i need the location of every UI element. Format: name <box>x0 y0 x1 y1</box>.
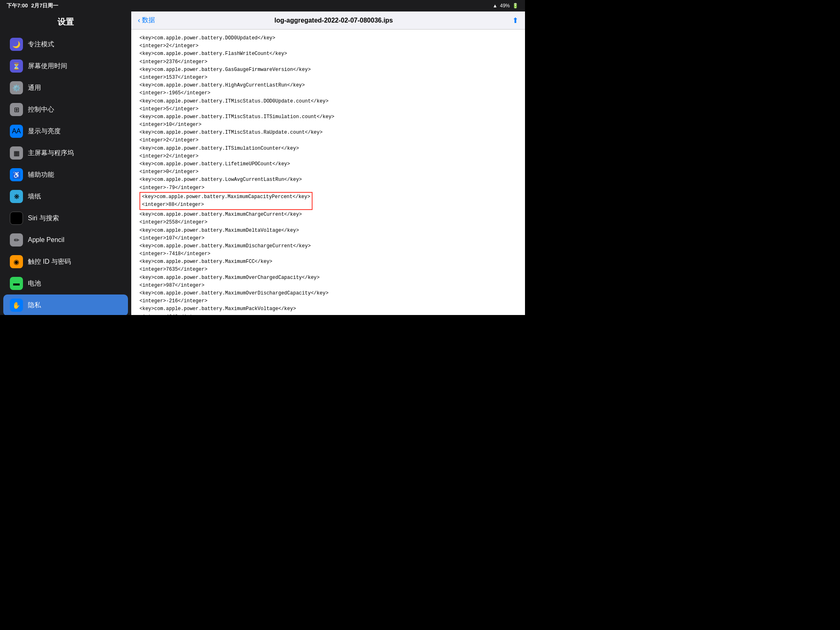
general-icon: ⚙️ <box>10 81 23 94</box>
sidebar-item-homescreen[interactable]: ▦主屏幕与程序坞 <box>3 142 128 164</box>
log-line: <key>com.apple.power.battery.MaximumDisc… <box>139 242 517 250</box>
sidebar-item-label-display: 显示与亮度 <box>28 127 61 136</box>
sidebar-item-privacy[interactable]: ✋隐私 <box>3 294 128 315</box>
log-line: <integer>-216</integer> <box>139 297 517 305</box>
sidebar-item-label-battery: 电池 <box>28 279 41 288</box>
wallpaper-icon: ❋ <box>10 190 23 203</box>
log-line: <integer>10</integer> <box>139 121 517 129</box>
pencil-icon: ✏ <box>10 233 23 247</box>
log-line: <integer>88</integer> <box>142 201 310 209</box>
log-line: <integer>4340</integer> <box>139 313 517 315</box>
highlight-box: <key>com.apple.power.battery.MaximumCapa… <box>139 192 313 210</box>
log-line: <key>com.apple.power.battery.ITMiscStatu… <box>139 129 517 137</box>
sidebar-item-battery[interactable]: ▬电池 <box>3 273 128 294</box>
log-line: <integer>-7418</integer> <box>139 250 517 258</box>
main-layout: 设置 🌙专注模式⏳屏幕使用时间⚙️通用⊞控制中心AA显示与亮度▦主屏幕与程序坞♿… <box>0 11 525 315</box>
sidebar-title: 设置 <box>0 11 131 32</box>
sidebar-item-control[interactable]: ⊞控制中心 <box>3 99 128 120</box>
sidebar-item-touchid[interactable]: ◉触控 ID 与密码 <box>3 251 128 272</box>
log-line: <key>com.apple.power.battery.HighAvgCurr… <box>139 82 517 89</box>
log-line: <integer>2558</integer> <box>139 219 517 226</box>
wifi-icon: ▲ <box>493 3 498 9</box>
sidebar-item-label-screentime: 屏幕使用时间 <box>28 62 67 71</box>
sidebar-item-general[interactable]: ⚙️通用 <box>3 77 128 98</box>
back-chevron-icon: ‹ <box>138 16 140 25</box>
log-line: <integer>-1965</integer> <box>139 89 517 97</box>
display-icon: AA <box>10 125 23 138</box>
log-line: <integer>7635</integer> <box>139 266 517 274</box>
sidebar-item-label-focus: 专注模式 <box>28 40 54 49</box>
sidebar-item-label-privacy: 隐私 <box>28 301 41 310</box>
focus-icon: 🌙 <box>10 38 23 51</box>
sidebar-item-siri[interactable]: ◎Siri 与搜索 <box>3 208 128 229</box>
screentime-icon: ⏳ <box>10 59 23 73</box>
sidebar-item-label-siri: Siri 与搜索 <box>28 214 59 223</box>
content-header: ‹ 数据 log-aggregated-2022-02-07-080036.ip… <box>131 11 525 30</box>
log-line: <key>com.apple.power.battery.MaximumDelt… <box>139 227 517 235</box>
accessibility-icon: ♿ <box>10 168 23 181</box>
sidebar-item-wallpaper[interactable]: ❋墙纸 <box>3 186 128 207</box>
log-line: <key>com.apple.power.battery.MaximumOver… <box>139 274 517 282</box>
log-line: <integer>2</integer> <box>139 137 517 144</box>
sidebar-item-label-general: 通用 <box>28 84 41 92</box>
log-line: <integer>2</integer> <box>139 42 517 50</box>
content-body[interactable]: <key>com.apple.power.battery.DOD0Updated… <box>131 30 525 315</box>
sidebar-item-label-touchid: 触控 ID 与密码 <box>28 258 71 266</box>
sidebar-item-label-accessibility: 辅助功能 <box>28 171 54 179</box>
status-right: ▲ 49% 🔋 <box>493 3 518 9</box>
log-line: <key>com.apple.power.battery.LifetimeUPO… <box>139 160 517 168</box>
log-line: <key>com.apple.power.battery.MaximumFCC<… <box>139 258 517 266</box>
log-line: <integer>1537</integer> <box>139 74 517 82</box>
content-area: ‹ 数据 log-aggregated-2022-02-07-080036.ip… <box>131 11 525 315</box>
share-button[interactable]: ⬆ <box>512 16 518 25</box>
battery-icon: 🔋 <box>512 3 518 9</box>
status-date: 2月7日周一 <box>31 2 58 9</box>
log-line: <integer>5</integer> <box>139 105 517 113</box>
touchid-icon: ◉ <box>10 255 23 268</box>
log-line: <key>com.apple.power.battery.MaximumOver… <box>139 290 517 297</box>
log-line: <key>com.apple.power.battery.ITSimulatio… <box>139 145 517 153</box>
status-time: 下午7:00 <box>7 2 28 9</box>
log-line: <integer>2</integer> <box>139 153 517 160</box>
back-label: 数据 <box>142 16 155 25</box>
sidebar-item-focus[interactable]: 🌙专注模式 <box>3 34 128 55</box>
sidebar-item-display[interactable]: AA显示与亮度 <box>3 121 128 142</box>
log-line: <integer>2376</integer> <box>139 58 517 66</box>
battery-icon: ▬ <box>10 277 23 290</box>
status-left: 下午7:00 2月7日周一 <box>7 2 59 9</box>
sidebar-list: 🌙专注模式⏳屏幕使用时间⚙️通用⊞控制中心AA显示与亮度▦主屏幕与程序坞♿辅助功… <box>0 32 131 315</box>
log-line: <key>com.apple.power.battery.MaximumCapa… <box>142 193 310 201</box>
privacy-icon: ✋ <box>10 299 23 312</box>
sidebar-item-label-wallpaper: 墙纸 <box>28 192 41 201</box>
log-line: <integer>-79</integer> <box>139 184 517 192</box>
log-line: <integer>0</integer> <box>139 168 517 176</box>
sidebar-item-screentime[interactable]: ⏳屏幕使用时间 <box>3 55 128 77</box>
homescreen-icon: ▦ <box>10 146 23 160</box>
log-line: <integer>107</integer> <box>139 235 517 242</box>
log-line: <key>com.apple.power.battery.GasGaugeFir… <box>139 66 517 74</box>
back-button[interactable]: ‹ 数据 <box>138 16 155 25</box>
control-icon: ⊞ <box>10 103 23 116</box>
sidebar-item-label-homescreen: 主屏幕与程序坞 <box>28 149 74 158</box>
log-line: <integer>987</integer> <box>139 282 517 290</box>
log-line: <key>com.apple.power.battery.FlashWriteC… <box>139 50 517 58</box>
log-line: <key>com.apple.power.battery.MaximumChar… <box>139 211 517 219</box>
sidebar-item-label-control: 控制中心 <box>28 105 54 114</box>
sidebar: 设置 🌙专注模式⏳屏幕使用时间⚙️通用⊞控制中心AA显示与亮度▦主屏幕与程序坞♿… <box>0 11 131 315</box>
log-line: <key>com.apple.power.battery.DOD0Updated… <box>139 34 517 42</box>
sidebar-item-accessibility[interactable]: ♿辅助功能 <box>3 164 128 185</box>
battery-percent: 49% <box>500 3 510 9</box>
log-line: <key>com.apple.power.battery.ITMiscStatu… <box>139 113 517 121</box>
sidebar-item-label-pencil: Apple Pencil <box>28 236 64 244</box>
sidebar-item-pencil[interactable]: ✏Apple Pencil <box>3 229 128 251</box>
log-line: <key>com.apple.power.battery.MaximumPack… <box>139 305 517 313</box>
siri-icon: ◎ <box>10 212 23 225</box>
log-line: <key>com.apple.power.battery.LowAvgCurre… <box>139 176 517 184</box>
status-bar: 下午7:00 2月7日周一 ▲ 49% 🔋 <box>0 0 525 11</box>
log-line: <key>com.apple.power.battery.ITMiscStatu… <box>139 98 517 105</box>
content-title: log-aggregated-2022-02-07-080036.ips <box>155 17 512 24</box>
